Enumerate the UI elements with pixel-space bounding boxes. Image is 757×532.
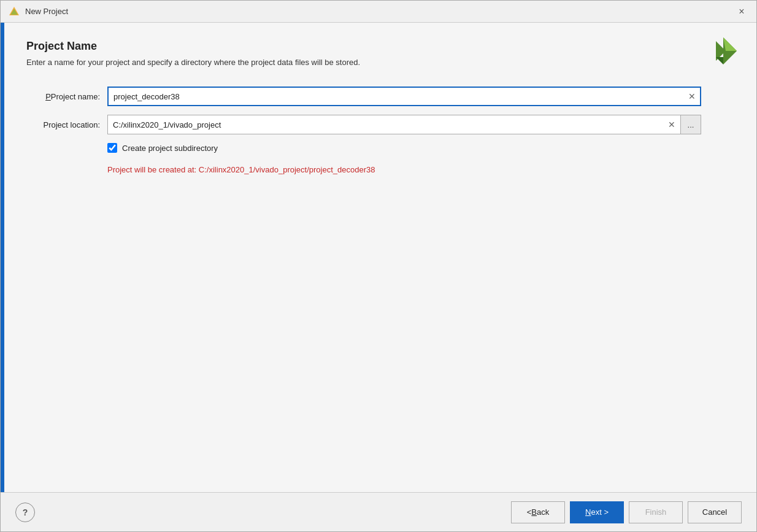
bottom-actions: < Back Next > Finish Cancel — [511, 501, 742, 523]
project-name-input[interactable] — [107, 87, 701, 106]
create-subdir-checkbox[interactable] — [107, 143, 117, 153]
help-button[interactable]: ? — [15, 503, 35, 522]
content-area: Project Name Enter a name for your proje… — [1, 23, 756, 492]
create-subdir-row: Create project subdirectory — [107, 143, 701, 153]
finish-button[interactable]: Finish — [629, 501, 683, 523]
project-location-input[interactable] — [107, 115, 681, 134]
project-name-label: PProject name: — [26, 92, 100, 101]
page-subtitle: Enter a name for your project and specif… — [26, 58, 734, 67]
dialog-title: New Project — [25, 7, 68, 16]
project-path-info: Project will be created at: C:/xilinx202… — [107, 165, 701, 174]
main-content: Project Name Enter a name for your proje… — [4, 23, 756, 492]
project-location-row: Project location: ✕ ... — [26, 115, 701, 134]
back-button[interactable]: < Back — [511, 501, 565, 523]
close-button[interactable]: × — [734, 4, 749, 19]
project-name-clear-button[interactable]: ✕ — [686, 91, 697, 102]
project-location-label: Project location: — [26, 120, 100, 129]
project-location-input-group: ✕ ... — [107, 115, 701, 134]
svg-marker-4 — [716, 57, 723, 64]
form-section: PProject name: ✕ Project location: — [26, 87, 701, 174]
project-name-input-wrapper: ✕ — [107, 87, 701, 106]
new-project-dialog: New Project × Project Name Enter a name … — [0, 0, 757, 532]
title-bar-left: New Project — [8, 6, 68, 18]
project-location-clear-button[interactable]: ✕ — [666, 119, 677, 130]
create-subdir-label: Create project subdirectory — [122, 144, 218, 153]
next-button[interactable]: Next > — [570, 501, 624, 523]
logo-top-right — [707, 35, 739, 69]
vivado-logo-icon — [707, 35, 739, 67]
browse-button[interactable]: ... — [680, 115, 701, 134]
page-title: Project Name — [26, 40, 734, 53]
project-location-input-wrapper: ✕ — [107, 115, 681, 134]
cancel-button[interactable]: Cancel — [688, 501, 742, 523]
app-icon — [8, 6, 20, 18]
title-bar: New Project × — [1, 1, 756, 23]
project-name-row: PProject name: ✕ — [26, 87, 701, 106]
project-path-label: Project will be created at: — [107, 165, 199, 174]
bottom-bar: ? < Back Next > Finish Cancel — [1, 492, 756, 531]
project-path-value: C:/xilinx2020_1/vivado_project/project_d… — [199, 165, 375, 174]
